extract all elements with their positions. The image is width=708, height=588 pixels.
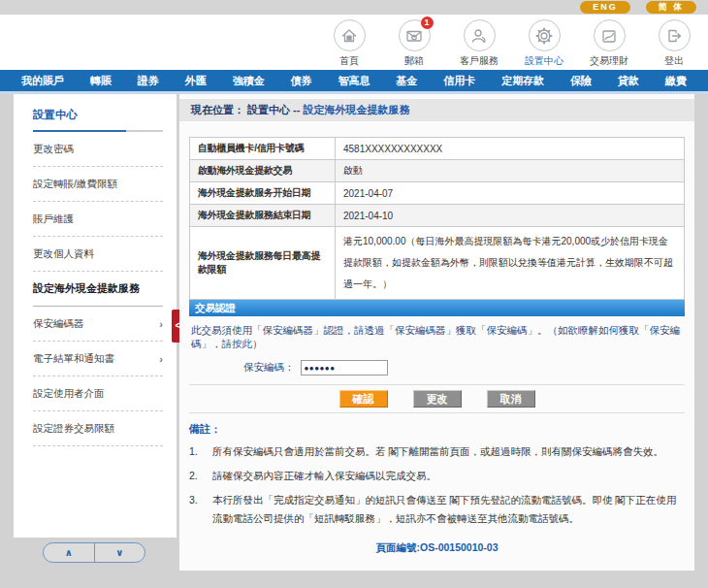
nav-time-deposit[interactable]: 定期存款 [501,74,544,88]
table-row: 啟動海外現金提款交易 啟動 [190,160,685,182]
header-icon-group: 首頁 1 郵箱 客戶服務 [325,19,698,68]
header-label-settings: 設置中心 [525,54,563,68]
remark-text: 本行所發出「完成指定交易通知」的短訊只會傳送至 閣下預先登記的流動電話號碼。即使… [212,491,685,528]
page-body: 設置中心 更改密碼 設定轉賬/繳費限額 賬戶維護 更改個人資料 設定海外現金提款… [0,94,708,585]
withdrawal-settings-table: 自動櫃員機卡/信用卡號碼 4581XXXXXXXXXXXX 啟動海外現金提款交易… [189,137,685,300]
customer-service-icon [464,19,496,51]
nav-loans[interactable]: 貸款 [618,74,639,88]
table-row: 海外現金提款服務每日最高提款限額 港元10,000.00（每日海外最高提現限額為… [190,227,685,300]
nav-transfer[interactable]: 轉賬 [90,74,112,88]
nav-mpf[interactable]: 強積金 [233,74,265,88]
confirm-button[interactable]: 確認 [339,390,388,408]
header-item-home[interactable]: 首頁 [325,19,373,68]
sidebar-item-label: 更改個人資料 [33,247,94,261]
nav-smart-interest[interactable]: 智高息 [338,74,370,88]
sidebar-item-overseas-withdrawal[interactable]: 設定海外現金提款服務 [33,272,163,307]
lang-eng-button[interactable]: ENG [580,1,630,14]
sidebar-item-account-maintenance[interactable]: 賬戶維護 [33,202,163,237]
breadcrumb: 現在位置： 設置中心 -- 設定海外現金提款服務 [179,99,694,121]
header-label-customer-service: 客戶服務 [460,54,499,68]
nav-my-accounts[interactable]: 我的賬戶 [21,74,64,88]
mail-icon: 1 [399,19,431,51]
breadcrumb-current[interactable]: 設定海外現金提款服務 [304,104,410,115]
sidebar-item-label: 設定海外現金提款服務 [33,281,140,296]
sidebar-item-change-password[interactable]: 更改密碼 [33,132,163,167]
sidebar-item-personal-info[interactable]: 更改個人資料 [33,237,163,272]
auth-help-link[interactable]: 按此 [232,338,252,349]
divider [189,384,685,385]
nav-bonds[interactable]: 債券 [291,74,312,88]
sidebar-item-label: 設定使用者介面 [33,387,105,401]
row-value-daily-limit: 港元10,000.00（每日海外最高提現限額為每卡港元20,000或少於信用卡現… [336,227,685,300]
breadcrumb-prefix: 現在位置： [191,104,244,115]
row-label-card-number: 自動櫃員機卡/信用卡號碼 [190,138,336,160]
auth-instruction-text: 此交易須使用「保安編碼器」認證，請透過「保安編碼器」獲取「保安編碼」。（如欲瞭解… [191,324,680,349]
nav-insurance[interactable]: 保險 [570,74,592,88]
nav-securities[interactable]: 證券 [138,74,159,88]
header-item-logout[interactable]: 登出 [650,19,698,68]
sidebar-item-ui-settings[interactable]: 設定使用者介面 [33,376,163,411]
sidebar-item-estatement[interactable]: 電子結單和通知書 › [33,342,163,376]
remark-item-2: 2. 請確保交易內容正確才輸入保安編碼以完成交易。 [189,467,685,485]
row-value-start-date: 2021-04-07 [336,182,685,205]
remark-text: 請確保交易內容正確才輸入保安編碼以完成交易。 [212,467,436,485]
sidebar-item-label: 設定轉賬/繳費限額 [33,178,117,191]
row-label-start-date: 海外現金提款服务开始日期 [190,182,336,205]
header-item-settings[interactable]: 設置中心 [520,19,568,68]
header: 首頁 1 郵箱 客戶服務 [0,15,708,70]
row-value-activation: 啟動 [336,160,685,182]
nav-fx[interactable]: 外匯 [185,74,207,88]
auth-instruction-suffix: ） [252,338,263,349]
scroll-pager: ∧ ∨ [43,542,145,563]
modify-button[interactable]: 更改 [413,390,462,408]
security-code-label: 保安編碼： [243,361,295,375]
remark-number: 1. [189,442,203,461]
remarks-section: 備註： 1. 所有保安編碼只會適用於當前交易。若 閣下離開當前頁面，或超過時限，… [189,422,685,528]
table-row: 海外現金提款服務結束日期 2021-04-10 [190,205,685,227]
chevron-right-icon: › [159,318,163,330]
scroll-up-button[interactable]: ∧ [44,543,95,562]
header-item-customer-service[interactable]: 客戶服務 [455,19,503,68]
home-icon [334,19,366,51]
sidebar-item-label: 設定證券交易限額 [33,422,114,436]
action-button-row: 確認 更改 取消 [189,390,685,408]
remark-number: 2. [189,467,203,485]
auth-instruction: 此交易須使用「保安編碼器」認證，請透過「保安編碼器」獲取「保安編碼」。（如欲瞭解… [191,324,685,351]
remark-item-1: 1. 所有保安編碼只會適用於當前交易。若 閣下離開當前頁面，或超過時限，則有關保… [189,442,685,461]
header-label-mail: 郵箱 [404,54,424,68]
sidebar-item-label: 賬戶維護 [33,212,74,226]
main-content: 自動櫃員機卡/信用卡號碼 4581XXXXXXXXXXXX 啟動海外現金提款交易… [179,137,694,555]
main-panel: 現在位置： 設置中心 -- 設定海外現金提款服務 自動櫃員機卡/信用卡號碼 45… [179,94,694,571]
logout-icon [659,19,691,51]
lang-simplified-button[interactable]: 简 体 [646,1,696,14]
scroll-down-button[interactable]: ∨ [95,543,145,562]
mail-badge: 1 [421,16,434,29]
sidebar-item-label: 更改密碼 [33,143,74,156]
cancel-button[interactable]: 取消 [487,390,535,408]
header-label-home: 首頁 [339,54,359,68]
divider [189,412,685,413]
sidebar-item-securities-limit[interactable]: 設定證券交易限額 [33,411,163,446]
chevron-right-icon: › [159,353,163,365]
nav-funds[interactable]: 基金 [396,74,417,88]
nav-credit-card[interactable]: 信用卡 [443,74,475,88]
header-item-wealth[interactable]: 交易理財 [585,19,633,68]
remark-text: 所有保安編碼只會適用於當前交易。若 閣下離開當前頁面，或超過時限，則有關保安編碼… [212,442,663,461]
nav-bill-payment[interactable]: 繳費 [665,74,687,88]
security-code-row: 保安編碼： [243,360,685,376]
sidebar-title: 設置中心 [33,108,163,122]
sidebar-item-label: 電子結單和通知書 [33,352,114,366]
row-label-end-date: 海外現金提款服務結束日期 [190,205,336,227]
security-code-input[interactable] [301,360,388,376]
sidebar-item-transfer-limit[interactable]: 設定轉賬/繳費限額 [33,167,163,202]
wealth-icon [594,19,626,51]
header-label-wealth: 交易理財 [590,54,628,68]
header-label-logout: 登出 [664,54,684,68]
header-item-mail[interactable]: 1 郵箱 [390,19,438,68]
main-nav: 我的賬戶 轉賬 證券 外匯 強積金 債券 智高息 基金 信用卡 定期存款 保險 … [0,70,708,94]
gear-icon [529,19,561,51]
table-row: 自動櫃員機卡/信用卡號碼 4581XXXXXXXXXXXX [190,138,685,160]
row-label-activation: 啟動海外現金提款交易 [190,160,336,182]
sidebar-item-security-token[interactable]: 保安編碼器 › [33,307,163,342]
sidebar: 設置中心 更改密碼 設定轉賬/繳費限額 賬戶維護 更改個人資料 設定海外現金提款… [14,94,177,538]
